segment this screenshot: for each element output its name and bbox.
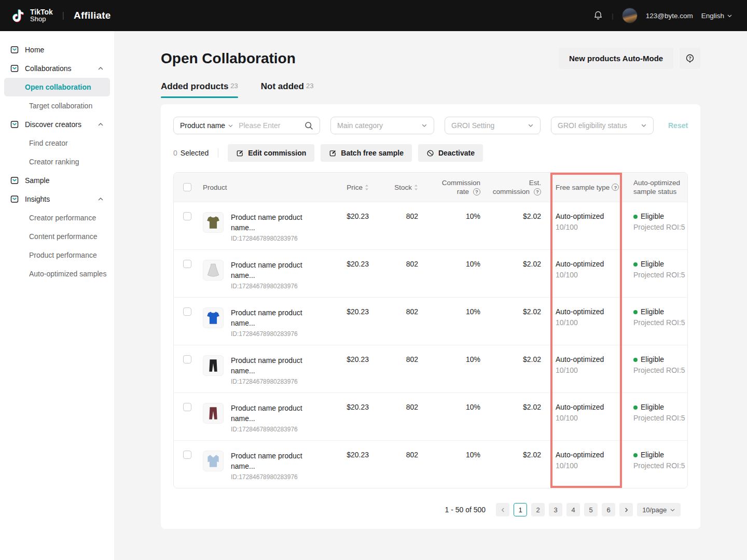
pagination-page-5[interactable]: 5 <box>584 503 598 516</box>
select-all-checkbox[interactable] <box>183 183 191 191</box>
main-content: Open Collaboration New products Auto-Mod… <box>114 31 747 560</box>
sidebar-item-collaborations[interactable]: Collaborations <box>0 59 114 78</box>
sidebar-item-content-performance[interactable]: Content performance <box>4 227 110 246</box>
est-commission-value: $2.02 <box>480 451 551 488</box>
search-icon[interactable] <box>305 121 313 130</box>
edit-commission-button[interactable]: Edit commission <box>228 144 314 162</box>
sidebar-item-label: Open collaboration <box>25 83 91 91</box>
tab-added-products[interactable]: Added products 23 <box>161 81 238 98</box>
filter-bar: Product name Main category <box>173 117 688 134</box>
pagination-page-6[interactable]: 6 <box>602 503 615 516</box>
product-name[interactable]: Product name product name... <box>231 355 309 376</box>
main-category-select[interactable]: Main category <box>330 117 434 134</box>
page-help-button[interactable]: ? <box>680 48 700 69</box>
row-checkbox[interactable] <box>183 212 191 220</box>
page-size-select[interactable]: 10/page <box>637 503 681 516</box>
sort-carets-icon[interactable] <box>365 184 369 191</box>
sidebar-item-sample[interactable]: Sample <box>0 171 114 190</box>
free-sample-type: Auto-optimized <box>556 451 621 459</box>
sidebar-item-insights[interactable]: Insights <box>0 190 114 208</box>
free-sample-cell: Auto-optimized 10/100 <box>551 307 621 345</box>
column-auto-optimized-status: Auto-optimized sample status <box>621 178 688 196</box>
product-name[interactable]: Product name product name... <box>231 212 309 233</box>
sidebar-item-target-collaboration[interactable]: Target collaboration <box>4 96 110 115</box>
user-email[interactable]: 123@byte.com <box>646 12 693 20</box>
notification-bell-icon[interactable] <box>593 10 603 21</box>
sidebar-item-label: Sample <box>25 176 49 185</box>
selected-count: 0Selected <box>173 149 209 157</box>
pagination-next-button[interactable] <box>619 503 633 516</box>
language-selector[interactable]: English <box>701 12 732 20</box>
product-search-box[interactable]: Product name <box>173 117 320 134</box>
row-checkbox[interactable] <box>183 260 191 268</box>
tab-not-added[interactable]: Not added 23 <box>261 81 314 98</box>
product-name[interactable]: Product name product name... <box>231 451 309 471</box>
sample-box-icon <box>10 176 19 185</box>
groi-setting-select[interactable]: GROI Setting <box>445 117 541 134</box>
product-id: ID:17284678980283976 <box>231 473 309 481</box>
sidebar-item-product-performance[interactable]: Product performance <box>4 246 110 264</box>
sidebar-item-find-creator[interactable]: Find creator <box>4 134 110 152</box>
row-checkbox[interactable] <box>183 403 191 411</box>
row-checkbox[interactable] <box>183 307 191 316</box>
pagination-page-2[interactable]: 2 <box>531 503 545 516</box>
column-stock[interactable]: Stock <box>369 184 418 191</box>
svg-text:?: ? <box>688 55 691 61</box>
stock-value: 802 <box>369 355 418 393</box>
pagination: 1 - 50 of 500 123456 10/page <box>173 503 688 516</box>
sidebar-item-open-collaboration[interactable]: Open collaboration <box>4 78 110 96</box>
row-checkbox[interactable] <box>183 451 191 459</box>
reset-filters-link[interactable]: Reset <box>668 121 688 130</box>
tab-bar: Added products 23 Not added 23 <box>161 81 700 98</box>
sidebar-item-creator-performance[interactable]: Creator performance <box>4 208 110 227</box>
pagination-prev-button[interactable] <box>496 503 509 516</box>
sidebar-item-creator-ranking[interactable]: Creator ranking <box>4 152 110 171</box>
eligible-dot-icon <box>633 215 638 219</box>
product-name[interactable]: Product name product name... <box>231 307 309 328</box>
column-price[interactable]: Price <box>333 184 369 191</box>
tiktok-shop-logo[interactable]: TikTok Shop <box>10 7 53 24</box>
stock-value: 802 <box>369 212 418 249</box>
free-sample-cell: Auto-optimized 10/100 <box>551 260 621 297</box>
search-input[interactable] <box>238 121 300 130</box>
groi-eligibility-select[interactable]: GROI eligibility status <box>551 117 654 134</box>
sidebar-item-auto-optimized-samples[interactable]: Auto-optimized samples <box>4 264 110 283</box>
sidebar-item-label: Insights <box>25 195 50 203</box>
free-sample-help-icon[interactable]: ? <box>612 184 619 191</box>
sort-carets-icon[interactable] <box>414 184 418 191</box>
chevron-down-icon <box>641 122 647 129</box>
product-image <box>203 403 224 424</box>
product-title: Affiliate <box>74 10 110 21</box>
new-products-auto-mode-button[interactable]: New products Auto-Mode <box>559 48 673 69</box>
product-id: ID:17284678980283976 <box>231 426 309 433</box>
commission-rate-help-icon[interactable]: ? <box>473 188 480 195</box>
chevron-up-icon[interactable] <box>98 65 104 72</box>
pagination-page-3[interactable]: 3 <box>549 503 562 516</box>
search-type-dropdown[interactable]: Product name <box>180 121 233 130</box>
table-row: Product name product name... ID:17284678… <box>174 297 687 345</box>
sidebar-item-discover-creators[interactable]: Discover creators <box>0 115 114 134</box>
sidebar-item-home[interactable]: Home <box>0 40 114 59</box>
tiktok-note-icon <box>10 7 26 24</box>
product-id: ID:17284678980283976 <box>231 330 309 338</box>
deactivate-button[interactable]: Deactivate <box>418 144 483 162</box>
bulk-action-bar: 0Selected Edit commission Batch free sa <box>173 144 688 162</box>
pagination-page-1[interactable]: 1 <box>514 503 527 516</box>
column-est-commission: Est. commission? <box>480 178 551 196</box>
user-avatar[interactable] <box>622 8 638 23</box>
pagination-page-4[interactable]: 4 <box>566 503 580 516</box>
table-header-row: Product Price Stock Commiss <box>174 173 687 202</box>
product-name[interactable]: Product name product name... <box>231 403 309 424</box>
page-title: Open Collaboration <box>161 50 296 67</box>
row-checkbox[interactable] <box>183 355 191 363</box>
table-row: Product name product name... ID:17284678… <box>174 249 687 297</box>
batch-free-sample-button[interactable]: Batch free sample <box>321 144 412 162</box>
stock-value: 802 <box>369 307 418 345</box>
est-commission-help-icon[interactable]: ? <box>534 188 541 195</box>
table-row: Product name product name... ID:17284678… <box>174 393 687 440</box>
chevron-up-icon[interactable] <box>98 121 104 128</box>
chevron-up-icon[interactable] <box>98 196 104 202</box>
product-name[interactable]: Product name product name... <box>231 260 309 281</box>
commission-rate-value: 10% <box>418 403 480 440</box>
chevron-right-icon <box>624 507 629 513</box>
